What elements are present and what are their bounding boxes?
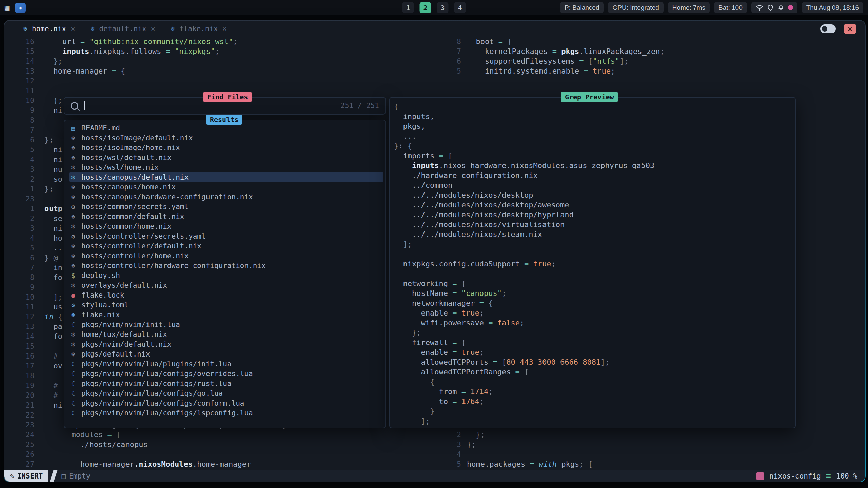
file-indicator: □ Empty (62, 472, 91, 480)
code-line: 25 ./hosts/canopus (4, 440, 442, 449)
line-number: 11 (4, 87, 34, 95)
result-item[interactable]: ❄hosts/common/home.nix (69, 221, 383, 231)
tab-flake-nix[interactable]: ❄ flake.nix × (165, 21, 233, 37)
result-item[interactable]: ⚙hosts/controller/secrets.yaml (69, 231, 383, 241)
result-label: deploy.sh (81, 271, 120, 280)
telescope-preview: { inputs, pkgs, ...}: { imports = [ inpu… (389, 97, 796, 428)
apps-grid-icon[interactable]: ▦ (5, 4, 9, 12)
result-item[interactable]: ☾pkgs/nvim/nvim/lua/plugins/init.lua (69, 359, 383, 369)
bell-icon[interactable] (777, 4, 784, 11)
tab-default-nix[interactable]: ❄ default.nix × (84, 21, 161, 37)
result-item[interactable]: ❄hosts/canopus/hardware-configuration.ni… (69, 192, 383, 202)
result-item[interactable]: ❄pkgs/nvim/default.nix (69, 339, 383, 349)
tray-icons[interactable] (751, 2, 797, 13)
line-number: 7 (4, 264, 34, 272)
result-item[interactable]: ❄hosts/controller/default.nix (69, 241, 383, 251)
result-item[interactable]: ❄pkgs/default.nix (69, 349, 383, 359)
line-number: 3 (4, 165, 34, 174)
record-dot-icon[interactable] (788, 5, 793, 10)
result-counter: 251 / 251 (340, 102, 379, 110)
code-line: 7 kernelPackages = pkgs.linuxPackages_ze… (444, 46, 865, 56)
result-item[interactable]: ❄hosts/controller/hardware-configuration… (69, 261, 383, 270)
code-line: 16 url = "github:nix-community/nixos-wsl… (4, 37, 442, 46)
code-line: wifi.powersave = false; (394, 318, 795, 328)
workspace-switcher: 1234 (402, 2, 466, 13)
result-item[interactable]: $deploy.sh (69, 270, 383, 280)
result-item[interactable]: ❄flake.nix (69, 310, 383, 320)
tab-close-icon[interactable]: × (151, 24, 155, 33)
toggle-button[interactable] (820, 24, 836, 33)
line-number: 17 (4, 362, 34, 370)
line-number: 4 (4, 156, 34, 164)
result-item[interactable]: ☾pkgs/nvim/nvim/lua/configs/overrides.lu… (69, 369, 383, 379)
tab-home-nix[interactable]: ❄ home.nix × (17, 21, 81, 37)
result-item[interactable]: ❄overlays/default.nix (69, 280, 383, 290)
line-number: 16 (4, 38, 34, 46)
line-number: 23 (4, 421, 34, 429)
launcher-logo-icon[interactable]: ◆ (15, 3, 26, 13)
gear-icon: ⚙ (69, 301, 81, 309)
code-line: 15 inputs.nixpkgs.follows = "nixpkgs"; (4, 46, 442, 56)
line-number: 27 (4, 460, 34, 468)
code-line: inputs, (394, 111, 795, 121)
line-number: 6 (4, 136, 34, 144)
result-item[interactable]: ❄hosts/isoImage/default.nix (69, 133, 383, 143)
line-number: 10 (4, 293, 34, 301)
line-number: 19 (4, 382, 34, 390)
line-number: 2 (444, 431, 461, 439)
result-item[interactable]: ●flake.lock (69, 290, 383, 300)
statusline-separator (50, 470, 57, 482)
result-item[interactable]: ❄home/tux/default.nix (69, 329, 383, 339)
nix-icon: ❄ (69, 154, 81, 161)
line-number: 5 (4, 244, 34, 252)
line-number: 6 (444, 57, 461, 65)
result-item[interactable]: ⚙stylua.toml (69, 300, 383, 310)
line-number: 7 (444, 47, 461, 56)
workspace-button-4[interactable]: 4 (454, 2, 466, 13)
line-number: 24 (4, 431, 34, 439)
tab-close-icon[interactable]: × (222, 24, 227, 33)
statusbar-left: ▦ ◆ (5, 0, 26, 15)
stat-pill: GPU: Integrated (608, 2, 663, 13)
result-item[interactable]: ❄hosts/wsl/home.nix (69, 162, 383, 172)
result-label: hosts/isoImage/home.nix (81, 144, 180, 152)
lua-icon: ☾ (69, 409, 81, 417)
wifi-icon[interactable] (756, 4, 763, 12)
line-number: 14 (4, 332, 34, 341)
nix-icon: ❄ (69, 350, 81, 358)
code-line: 24 modules = [ (4, 430, 442, 440)
project-label: nixos-config (769, 472, 821, 480)
code-line: 4 (444, 449, 865, 459)
result-item[interactable]: ☾pkgs/nvim/nvim/lua/configs/go.lua (69, 388, 383, 398)
result-item[interactable]: ☾pkgs/nvim/nvim/lua/configs/conform.lua (69, 398, 383, 408)
file-label: Empty (69, 472, 90, 480)
nix-icon: ❄ (171, 25, 175, 33)
tab-close-icon[interactable]: × (71, 24, 75, 33)
line-number: 10 (4, 97, 34, 105)
result-item[interactable]: ❄hosts/wsl/default.nix (69, 152, 383, 162)
result-item[interactable]: ❄hosts/canopus/home.nix (69, 182, 383, 192)
telescope-results[interactable]: ▤README.md❄hosts/isoImage/default.nix❄ho… (64, 120, 386, 428)
result-item[interactable]: ☾pkgs/nvim/nvim/lua/configs/rust.lua (69, 379, 383, 388)
result-item[interactable]: ❄hosts/common/default.nix (69, 211, 383, 221)
right-editor-pane-top[interactable]: 8 boot = {7 kernelPackages = pkgs.linuxP… (444, 37, 865, 76)
line-number: 6 (4, 254, 34, 262)
result-item-selected[interactable]: ❄hosts/canopus/default.nix (69, 172, 383, 182)
result-item[interactable]: ☾pkgs/nvim/nvim/init.lua (69, 320, 383, 329)
result-item[interactable]: ⚙hosts/common/secrets.yaml (69, 202, 383, 211)
code-line: 12 (4, 76, 442, 86)
workspace-button-3[interactable]: 3 (437, 2, 449, 13)
scroll-percent: 100 % (836, 472, 857, 480)
result-item[interactable]: ❄hosts/isoImage/home.nix (69, 143, 383, 152)
nix-icon: ❄ (69, 183, 81, 191)
close-button[interactable]: × (844, 24, 856, 34)
code-line: 8 boot = { (444, 37, 865, 46)
result-item[interactable]: ☾pkgs/nvim/nvim/lua/configs/lspconfig.lu… (69, 408, 383, 418)
result-label: hosts/common/home.nix (81, 222, 172, 230)
workspace-button-1[interactable]: 1 (402, 2, 414, 13)
workspace-button-2[interactable]: 2 (420, 2, 431, 13)
result-item[interactable]: ❄hosts/controller/home.nix (69, 251, 383, 261)
tab-label: home.nix (32, 25, 66, 33)
code-line: 5 initrd.systemd.enable = true; (444, 66, 865, 76)
shield-icon[interactable] (767, 4, 774, 11)
